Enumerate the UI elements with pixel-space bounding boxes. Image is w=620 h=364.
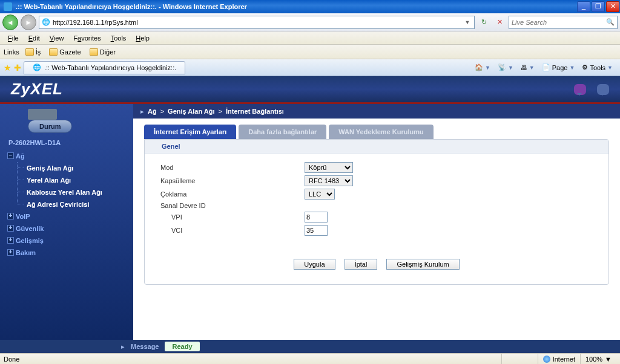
link-gazete[interactable]: Gazete <box>47 47 83 57</box>
ie-icon <box>4 2 12 11</box>
tab-title: .:: Web-Tabanlı Yapılandırıcıya Hoşgeldi… <box>44 64 176 71</box>
menu-view[interactable]: View <box>45 33 68 44</box>
forward-button[interactable]: ► <box>21 15 36 30</box>
browser-navbar: ◄ ► 🌐 ▼ ↻ ✕ 🔍 <box>0 13 620 31</box>
minimize-button[interactable]: _ <box>577 1 590 12</box>
menu-favorites[interactable]: Favorites <box>69 33 105 44</box>
home-button[interactable]: 🏠▼ <box>471 61 494 74</box>
search-input[interactable] <box>509 19 604 26</box>
address-dropdown[interactable]: ▼ <box>461 16 474 29</box>
page-menu[interactable]: 📄Page▼ <box>538 61 579 74</box>
menu-tools[interactable]: Tools <box>107 33 131 44</box>
back-button[interactable]: ◄ <box>2 15 18 30</box>
menu-file[interactable]: FFileile <box>4 33 23 44</box>
print-button[interactable]: 🖶▼ <box>517 61 538 74</box>
tools-menu[interactable]: ⚙Tools▼ <box>578 61 616 74</box>
folder-icon <box>25 48 34 56</box>
link-is[interactable]: İş <box>23 47 44 57</box>
menu-bar: FFileile Edit View Favorites Tools Help <box>0 31 620 45</box>
favorites-star-icon[interactable]: ★ <box>4 63 12 73</box>
links-label: Links <box>4 48 19 56</box>
browser-tab[interactable]: 🌐 .:: Web-Tabanlı Yapılandırıcıya Hoşgel… <box>24 61 185 74</box>
url-input[interactable] <box>53 19 461 26</box>
feeds-button[interactable]: 📡▼ <box>494 61 517 74</box>
stop-button[interactable]: ✕ <box>493 16 506 29</box>
links-bar: Links İş Gazete Diğer <box>0 45 620 59</box>
add-favorites-icon[interactable]: ✚ <box>14 63 21 73</box>
window-titlebar: .:: Web-Tabanlı Yapılandırıcıya Hoşgeldi… <box>0 0 620 13</box>
maximize-button[interactable]: ❐ <box>592 1 605 12</box>
menu-edit[interactable]: Edit <box>24 33 44 44</box>
folder-icon <box>49 48 58 56</box>
refresh-button[interactable]: ↻ <box>477 16 490 29</box>
window-title: .:: Web-Tabanlı Yapılandırıcıya Hoşgeldi… <box>16 3 576 10</box>
search-go-button[interactable]: 🔍 <box>604 16 617 29</box>
folder-icon <box>90 48 98 56</box>
tab-favicon: 🌐 <box>33 63 41 71</box>
link-diger[interactable]: Diğer <box>87 47 118 57</box>
page-icon: 🌐 <box>41 18 51 27</box>
close-button[interactable]: ✕ <box>606 1 619 12</box>
menu-help[interactable]: Help <box>131 33 154 44</box>
address-bar[interactable]: 🌐 ▼ <box>39 16 475 29</box>
search-box[interactable]: 🔍 <box>509 16 618 29</box>
command-bar: ★ ✚ 🌐 .:: Web-Tabanlı Yapılandırıcıya Ho… <box>0 59 620 76</box>
